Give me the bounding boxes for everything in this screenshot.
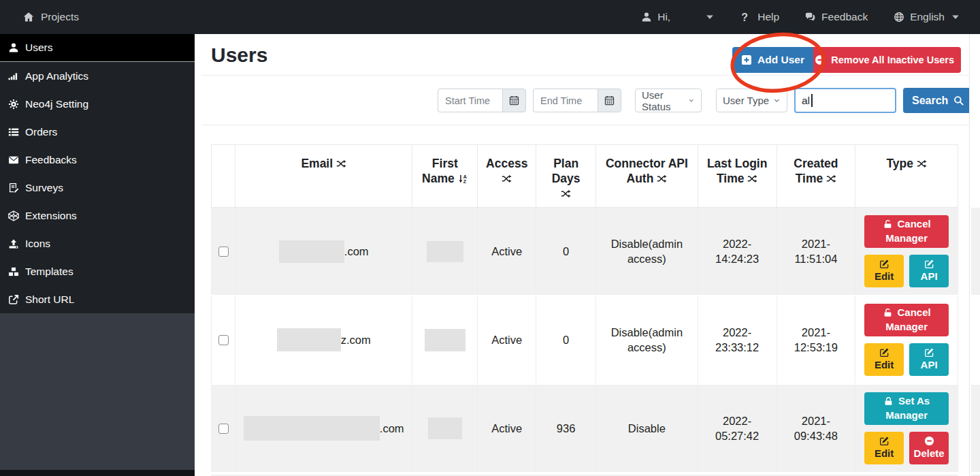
lock-icon	[883, 396, 894, 407]
sidebar-item-extensions[interactable]: Extensions	[0, 202, 195, 229]
gear-icon	[8, 99, 19, 110]
column-header-label: Type	[886, 156, 926, 171]
table-cell	[412, 385, 478, 472]
sidebar-item-templates[interactable]: Templates	[0, 257, 195, 285]
caret-down-icon	[950, 12, 961, 22]
column-header-type[interactable]: Type	[855, 145, 958, 207]
minus-circle-icon	[815, 54, 826, 65]
calendar-icon	[604, 95, 615, 106]
sidebar-item-label: Orders	[25, 126, 57, 138]
table-cell: 2022-23:33:12	[698, 296, 777, 383]
redacted-first-name	[428, 417, 462, 439]
column-header-created_time[interactable]: Created Time	[777, 145, 856, 207]
header-divider	[201, 75, 969, 76]
last-login-time-value: 2022-	[723, 236, 751, 251]
start-time-calendar-button[interactable]	[502, 89, 526, 112]
cubes-icon	[8, 266, 19, 277]
user-status-select[interactable]: User Status	[635, 89, 702, 112]
redacted-first-name	[427, 241, 463, 262]
add-user-button[interactable]: Add User	[732, 47, 813, 73]
table-row: z.comActive0Disable(admin access)2022-23…	[211, 296, 958, 383]
column-header-email[interactable]: Email	[235, 145, 412, 207]
created-time-value: 2021-	[802, 413, 830, 428]
sidebar-item-neo4j-setting[interactable]: Neo4j Setting	[0, 90, 195, 118]
comments-icon	[805, 12, 816, 22]
edit-button[interactable]: Edit	[864, 432, 904, 464]
table-cell	[412, 296, 478, 383]
minus-circle-icon	[924, 436, 934, 446]
setas-manager-button[interactable]: Set AsManager	[864, 392, 949, 425]
table-cell	[412, 208, 478, 295]
nav-feedback[interactable]: Feedback	[805, 11, 868, 23]
sidebar-item-label: Surveys	[25, 182, 63, 194]
end-time-calendar-button[interactable]	[598, 89, 621, 112]
text-cursor	[811, 94, 813, 107]
table-row: .comActive936Disable2022-05:27:422021-09…	[211, 385, 958, 472]
cancel-manager-button[interactable]: CancelManager	[864, 215, 949, 248]
caret-down-icon	[704, 12, 715, 22]
svg-text:A: A	[463, 174, 466, 179]
table-cell: .com	[235, 208, 412, 295]
column-header-last_login_time[interactable]: Last Login Time	[698, 145, 777, 207]
api-button[interactable]: API	[909, 255, 949, 287]
delete-button[interactable]: Delete	[909, 432, 949, 464]
column-header-access[interactable]: Access	[478, 145, 536, 207]
sidebar-item-surveys[interactable]: Surveys	[0, 174, 195, 202]
last-login-time-value: 2022-	[723, 413, 751, 428]
user-type-select[interactable]: User Type	[716, 89, 787, 112]
sidebar-footer-strip	[0, 470, 195, 476]
users-table: Email First Name AZAccess Plan Days Conn…	[211, 144, 958, 473]
access-value: Active	[478, 385, 536, 472]
api-button[interactable]: API	[909, 343, 949, 376]
table-cell	[212, 385, 235, 472]
column-header-label: Email	[301, 156, 346, 171]
user-type-value: User Type	[723, 95, 769, 106]
email-suffix: .com	[380, 421, 404, 436]
shuffle-icon	[917, 159, 927, 169]
end-time-field[interactable]: End Time	[533, 89, 621, 112]
column-header-plan_days[interactable]: Plan Days	[536, 145, 596, 207]
row-checkbox[interactable]	[218, 335, 229, 345]
nav-user-menu[interactable]: Hi,	[641, 11, 715, 23]
connector-api-auth-value: Disable(admin access)	[596, 208, 698, 295]
edit-button[interactable]: Edit	[864, 343, 904, 376]
projects-label: Projects	[41, 11, 79, 23]
access-value: Active	[478, 208, 536, 295]
upload-icon	[8, 238, 19, 249]
redacted-email	[244, 416, 380, 441]
unlock-icon	[883, 219, 893, 229]
sidebar-item-label: Users	[25, 42, 52, 54]
chevron-down-icon	[688, 97, 695, 104]
sidebar-item-orders[interactable]: Orders	[0, 118, 195, 146]
column-header-first_name[interactable]: First Name AZ	[412, 145, 478, 207]
nav-language[interactable]: English	[894, 11, 961, 23]
row-checkbox[interactable]	[218, 424, 229, 434]
nav-help[interactable]: ? Help	[741, 11, 779, 23]
start-time-field[interactable]: Start Time	[438, 89, 526, 112]
sidebar-item-icons[interactable]: Icons	[0, 229, 195, 257]
table-cell: .com	[235, 385, 412, 472]
sidebar-item-short-url[interactable]: Short URL	[0, 285, 195, 313]
row-checkbox[interactable]	[218, 247, 229, 257]
connector-api-auth-value: Disable(admin access)	[596, 296, 698, 383]
top-navbar: Projects Hi, ? Help Feedback English	[0, 0, 980, 34]
shuffle-icon	[561, 189, 571, 199]
sidebar-item-users[interactable]: Users	[0, 34, 195, 62]
sidebar-item-feedbacks[interactable]: Feedbacks	[0, 146, 195, 174]
sidebar-item-app-analytics[interactable]: App Analytics	[0, 62, 195, 90]
search-button[interactable]: Search	[903, 88, 973, 113]
plan-days-value: 0	[536, 208, 596, 295]
column-header-label: Connector API Auth	[605, 156, 689, 187]
last-login-time-value: 14:24:23	[715, 251, 759, 266]
search-input[interactable]: al	[794, 88, 896, 113]
help-label: Help	[757, 11, 779, 23]
cancel-manager-button[interactable]: CancelManager	[864, 304, 949, 336]
end-time-placeholder: End Time	[540, 95, 582, 106]
column-header-connector_api_auth[interactable]: Connector API Auth	[596, 145, 698, 207]
table-cell: 2021-11:51:04	[777, 208, 856, 295]
edit-button[interactable]: Edit	[864, 255, 904, 287]
plus-square-icon	[741, 54, 752, 65]
nav-projects[interactable]: Projects	[23, 11, 79, 23]
remove-all-inactive-users-button[interactable]: Remove All Inactive Users	[808, 47, 961, 73]
table-cell: 2022-05:27:42	[698, 385, 777, 472]
